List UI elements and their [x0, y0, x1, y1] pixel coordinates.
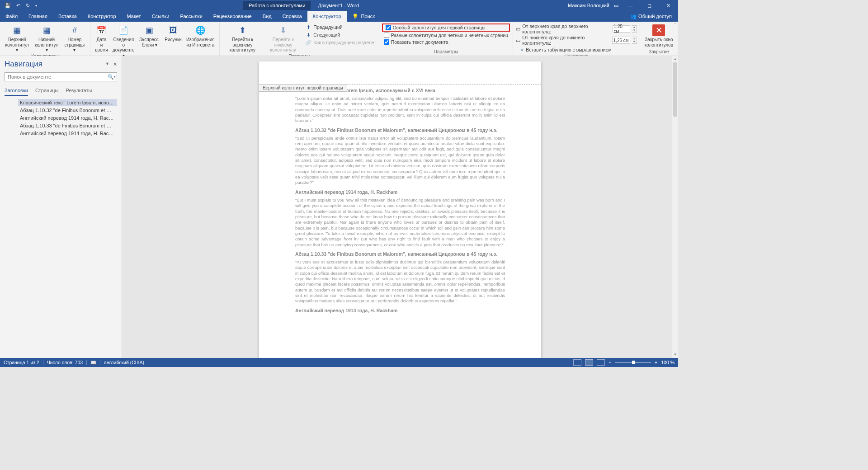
magnifier-icon: 🔍 — [108, 74, 114, 80]
save-icon[interactable]: 💾 — [5, 3, 11, 9]
nav-tab-pages[interactable]: Страницы — [35, 86, 59, 96]
maximize-button[interactable]: ◻ — [642, 3, 656, 9]
different-first-page-checkbox[interactable]: Особый колонтитул для первой страницы — [384, 24, 509, 31]
outline-item[interactable]: Классический текст Lorem Ipsum, использу… — [18, 99, 117, 106]
footer-from-bottom-spinner[interactable]: ▭От нижнего края до нижнего колонтитула:… — [516, 35, 637, 46]
docinfo-icon: 📄 — [117, 24, 130, 36]
picture-icon: 🖼 — [167, 24, 179, 36]
doc-paragraph: "At vero eos et accusamus et iusto odio … — [295, 259, 505, 304]
tab-mailings[interactable]: Рассылки — [175, 11, 208, 22]
outline-item[interactable]: Абзац 1.10.33 "de Finibus Bonorum et Mal… — [18, 122, 117, 129]
next-icon: ⬇ — [305, 32, 311, 38]
goto-footer-button[interactable]: ⬇Перейти к нижнему колонтитулу — [264, 24, 302, 54]
goto-header-button[interactable]: ⬆Перейти к верхнему колонтитулу — [222, 24, 263, 54]
account-icon[interactable]: ▭ — [614, 3, 618, 9]
group-label-close: Закрытие — [643, 49, 675, 55]
view-read-mode[interactable] — [573, 359, 581, 366]
header-button[interactable]: ▦Верхний колонтитул ▾ — [3, 24, 31, 54]
user-name[interactable]: Максим Волоцкий — [568, 3, 609, 8]
pictures-button[interactable]: 🖼Рисунки — [163, 24, 184, 43]
search-icon: 💡 — [352, 14, 359, 19]
share-button[interactable]: 👥 Общий доступ — [624, 14, 678, 19]
nav-search-button[interactable]: 🔍▾ — [106, 73, 117, 81]
scroll-up-icon[interactable]: ▲ — [672, 56, 678, 62]
status-language[interactable]: английский (США) — [104, 360, 144, 365]
spin-down-icon[interactable]: ▼ — [632, 29, 637, 32]
titlebar: 💾 ↶ ↻ ▾ Работа с колонтитулами Документ1… — [0, 0, 678, 11]
nav-search-input[interactable] — [5, 73, 106, 81]
zoom-out-button[interactable]: − — [609, 360, 611, 365]
status-word-count[interactable]: Число слов: 703 — [47, 360, 83, 365]
nav-tab-headings[interactable]: Заголовки — [5, 86, 28, 96]
spin-down-icon[interactable]: ▼ — [632, 40, 637, 43]
online-pictures-button[interactable]: 🌐Изображения из Интернета — [184, 24, 217, 48]
outline-item[interactable]: Абзац 1.10.32 "de Finibus Bonorum et Mal… — [18, 107, 117, 114]
doc-info-button[interactable]: 📄Сведения о документе ▾ — [111, 24, 137, 59]
tab-home[interactable]: Главная — [23, 11, 53, 22]
zoom-in-button[interactable]: + — [655, 360, 657, 365]
doc-paragraph: "Lorem ipsum dolor sit amet, consectetur… — [295, 96, 505, 124]
zoom-slider[interactable] — [615, 362, 651, 363]
outline-item[interactable]: Английский перевод 1914 года, H. Rackham — [18, 130, 117, 137]
zoom-slider-handle[interactable] — [632, 361, 635, 364]
frombottom-icon: ▭ — [516, 38, 520, 43]
footer-button[interactable]: ▦Нижний колонтитул ▾ — [32, 24, 61, 54]
share-icon: 👥 — [630, 14, 637, 19]
vertical-scrollbar[interactable]: ▲ ▼ — [672, 56, 678, 358]
tab-layout[interactable]: Макет — [122, 11, 146, 22]
redo-icon[interactable]: ↻ — [26, 3, 30, 9]
nav-tab-results[interactable]: Результаты — [66, 86, 92, 96]
gotoheader-icon: ⬆ — [236, 24, 249, 36]
tab-review[interactable]: Рецензирование — [208, 11, 257, 22]
close-header-footer-button[interactable]: ✕Закрыть окно колонтитулов — [643, 24, 675, 48]
date-time-button[interactable]: 📅Дата и время — [93, 24, 110, 54]
page: Верхний колонтитул первой страницы Класс… — [259, 61, 541, 358]
nav-dropdown-icon[interactable]: ▼ — [105, 61, 109, 67]
doc-paragraph: "Sed ut perspiciatis unde omnis iste nat… — [295, 136, 505, 186]
odd-even-pages-checkbox[interactable]: Разные колонтитулы для четных и нечетных… — [382, 32, 510, 38]
document-canvas[interactable]: Верхний колонтитул первой страницы Класс… — [122, 56, 678, 358]
nav-close-icon[interactable]: ✕ — [113, 61, 117, 67]
tab-hf-design[interactable]: Конструктор — [307, 11, 347, 22]
status-bar: Страница 1 из 2 Число слов: 703 📖 англий… — [0, 358, 678, 367]
header-from-top-spinner[interactable]: ▭От верхнего края до верхнего колонтитул… — [516, 24, 637, 34]
spin-up-icon[interactable]: ▲ — [632, 37, 637, 40]
fromtop-icon: ▭ — [516, 26, 520, 32]
spellcheck-icon[interactable]: 📖 — [90, 360, 96, 366]
page-number-button[interactable]: #Номер страницы ▾ — [62, 24, 87, 54]
quick-parts-button[interactable]: ▣Экспресс- блоки ▾ — [137, 24, 162, 48]
doc-heading: Абзац 1.10.33 "de Finibus Bonorum et Mal… — [295, 251, 505, 257]
collapse-ribbon-icon[interactable]: ˄ — [674, 23, 676, 27]
minimize-button[interactable]: — — [623, 3, 637, 8]
scroll-down-icon[interactable]: ▼ — [672, 352, 678, 358]
tab-references[interactable]: Ссылки — [146, 11, 175, 22]
quickparts-icon: ▣ — [143, 24, 156, 36]
navigation-pane: Навигация ▼ ✕ 🔍▾ Заголовки Страницы Резу… — [0, 56, 122, 358]
context-tools-tab: Работа с колонтитулами — [243, 1, 311, 10]
show-document-text-checkbox[interactable]: Показать текст документа — [382, 39, 510, 45]
close-window-button[interactable]: ✕ — [661, 3, 675, 9]
onlinepic-icon: 🌐 — [194, 24, 207, 36]
next-section-button[interactable]: ⬇Следующий — [303, 31, 376, 38]
scroll-thumb[interactable] — [673, 62, 677, 117]
status-page[interactable]: Страница 1 из 2 — [4, 360, 39, 365]
tab-design[interactable]: Конструктор — [82, 11, 122, 22]
gotofooter-icon: ⬇ — [277, 24, 289, 36]
undo-icon[interactable]: ↶ — [16, 3, 20, 9]
view-web-layout[interactable] — [597, 359, 605, 366]
tell-me-search[interactable]: 💡 Поиск — [347, 14, 380, 19]
spin-up-icon[interactable]: ▲ — [632, 26, 637, 29]
view-print-layout[interactable] — [585, 359, 593, 366]
qat-more-icon[interactable]: ▾ — [35, 4, 37, 8]
outline-item[interactable]: Английский перевод 1914 года, H. Rackham — [18, 114, 117, 122]
zoom-level[interactable]: 100 % — [661, 360, 675, 365]
tab-file[interactable]: Файл — [0, 11, 23, 22]
insert-align-tab-button[interactable]: ⇥Вставить табуляцию с выравниванием — [516, 46, 637, 53]
tab-view[interactable]: Вид — [257, 11, 277, 22]
tab-insert[interactable]: Вставка — [53, 11, 82, 22]
nav-search-box[interactable]: 🔍▾ — [5, 72, 117, 81]
prev-section-button[interactable]: ⬆Предыдущий — [303, 24, 376, 31]
link-previous-button[interactable]: 🔗Как в предыдущем разделе — [303, 39, 376, 46]
tab-help[interactable]: Справка — [277, 11, 307, 22]
nav-title: Навигация — [5, 60, 42, 69]
